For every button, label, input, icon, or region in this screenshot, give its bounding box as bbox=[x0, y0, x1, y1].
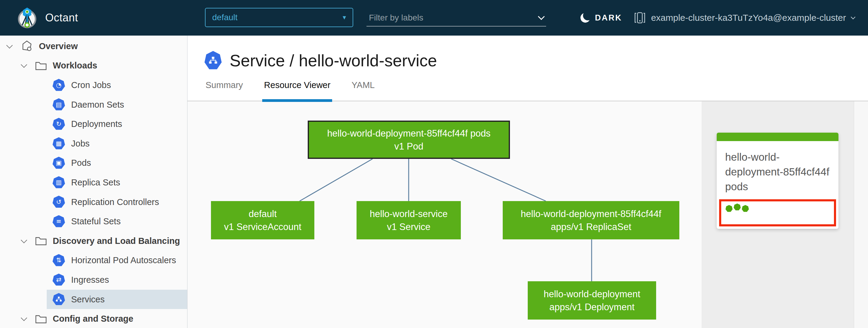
octant-logo bbox=[16, 7, 38, 29]
selected-node-card: hello-world-deployment-85ff4cf44f pods bbox=[717, 132, 838, 229]
page-title-row: Service / hello-world-service bbox=[204, 51, 868, 70]
services-icon bbox=[53, 293, 65, 306]
service-icon bbox=[204, 51, 222, 70]
node-name: default bbox=[249, 207, 277, 220]
moon-icon bbox=[579, 12, 591, 24]
sidebar-item-overview[interactable]: Overview bbox=[0, 36, 187, 56]
sidebar-item-services[interactable]: Services bbox=[0, 290, 187, 309]
deployments-icon: ↻ bbox=[53, 118, 65, 130]
cron-jobs-icon: ◔ bbox=[53, 79, 65, 91]
ingresses-icon: ⇄ bbox=[53, 273, 65, 286]
sidebar-item-label: Stateful Sets bbox=[71, 216, 121, 227]
theme-label: DARK bbox=[595, 13, 622, 23]
graph-node-service[interactable]: hello-world-service v1 Service bbox=[356, 201, 461, 239]
pod-status-dot[interactable] bbox=[734, 204, 741, 211]
replication-controllers-icon: ↺ bbox=[53, 196, 65, 208]
resource-viewer: hello-world-deployment-85ff4cf44f pods v… bbox=[187, 101, 868, 328]
app-title: Octant bbox=[45, 11, 78, 24]
namespace-dropdown[interactable]: default ▾ bbox=[205, 8, 353, 27]
chevron-down-icon[interactable] bbox=[21, 315, 27, 321]
folder-icon bbox=[35, 236, 47, 246]
sidebar-item-label: Horizontal Pod Autoscalers bbox=[71, 255, 176, 265]
sidebar-item-deployments[interactable]: ↻ Deployments bbox=[0, 114, 187, 134]
pods-icon: ▣ bbox=[53, 157, 65, 170]
chevron-down-icon bbox=[851, 14, 856, 19]
tab-yaml[interactable]: YAML bbox=[350, 80, 376, 101]
cluster-name: example-cluster-ka3TuTzYo4a@example-clus… bbox=[651, 13, 846, 23]
chevron-down-icon[interactable] bbox=[6, 42, 13, 49]
applications-icon bbox=[21, 40, 33, 53]
sidebar-item-horizontal-pod-autoscalers[interactable]: ⇅ Horizontal Pod Autoscalers bbox=[0, 251, 187, 270]
node-kind: apps/v1 ReplicaSet bbox=[551, 220, 631, 233]
right-gutter bbox=[854, 101, 868, 328]
detail-panel: hello-world-deployment-85ff4cf44f pods bbox=[702, 101, 854, 328]
sidebar-item-label: Replication Controllers bbox=[71, 197, 159, 207]
sidebar-item-pods[interactable]: ▣ Pods bbox=[0, 153, 187, 173]
sidebar-item-cron-jobs[interactable]: ◔ Cron Jobs bbox=[0, 76, 187, 95]
sidebar-item-label: Daemon Sets bbox=[71, 100, 124, 110]
namespace-value: default bbox=[212, 13, 238, 22]
folder-icon bbox=[35, 61, 47, 70]
status-bar bbox=[717, 132, 838, 141]
node-name: hello-world-deployment-85ff4cf44f bbox=[521, 207, 661, 220]
daemon-sets-icon: ▤ bbox=[53, 98, 65, 111]
chevron-down-icon[interactable] bbox=[21, 237, 27, 243]
sidebar-item-label: Workloads bbox=[53, 61, 97, 70]
tab-summary[interactable]: Summary bbox=[204, 80, 244, 101]
sidebar-item-config-and-storage[interactable]: Config and Storage bbox=[0, 309, 187, 328]
node-name: hello-world-deployment bbox=[544, 288, 641, 301]
hpa-icon: ⇅ bbox=[53, 254, 65, 267]
node-kind: v1 Pod bbox=[394, 140, 424, 153]
sidebar-item-replica-sets[interactable]: ▥ Replica Sets bbox=[0, 173, 187, 192]
sidebar-item-workloads[interactable]: Workloads bbox=[0, 56, 187, 76]
app-header: Octant default ▾ Filter by labels DARK e… bbox=[0, 0, 868, 36]
sidebar-item-label: Replica Sets bbox=[71, 178, 120, 187]
filter-placeholder: Filter by labels bbox=[369, 13, 424, 23]
replica-sets-icon: ▥ bbox=[53, 176, 65, 189]
chevron-down-icon[interactable] bbox=[538, 13, 545, 20]
octant-app: Octant default ▾ Filter by labels DARK e… bbox=[0, 0, 868, 328]
sidebar-item-label: Overview bbox=[39, 41, 78, 51]
sidebar-item-label: Jobs bbox=[71, 139, 90, 149]
node-kind: v1 Service bbox=[387, 220, 431, 233]
graph-node-deployment[interactable]: hello-world-deployment apps/v1 Deploymen… bbox=[528, 281, 656, 320]
stateful-sets-icon: ≡ bbox=[53, 215, 65, 228]
page-title: Service / hello-world-service bbox=[230, 51, 437, 70]
cluster-selector[interactable]: example-cluster-ka3TuTzYo4a@example-clus… bbox=[634, 0, 855, 36]
content-header: Service / hello-world-service Summary Re… bbox=[187, 36, 868, 101]
sidebar-item-replication-controllers[interactable]: ↺ Replication Controllers bbox=[0, 192, 187, 212]
cluster-icon bbox=[634, 11, 646, 25]
pod-status-box[interactable] bbox=[719, 199, 836, 227]
brand: Octant bbox=[16, 0, 78, 36]
sidebar-item-jobs[interactable]: ▦ Jobs bbox=[0, 134, 187, 153]
theme-toggle[interactable]: DARK bbox=[581, 0, 622, 36]
graph-node-service-account[interactable]: default v1 ServiceAccount bbox=[211, 201, 314, 239]
node-kind: v1 ServiceAccount bbox=[224, 220, 301, 233]
sidebar-item-label: Services bbox=[71, 295, 104, 304]
tab-bar: Summary Resource Viewer YAML bbox=[204, 80, 868, 101]
node-kind: apps/v1 Deployment bbox=[550, 301, 635, 314]
sidebar-item-daemon-sets[interactable]: ▤ Daemon Sets bbox=[0, 95, 187, 115]
sidebar-item-stateful-sets[interactable]: ≡ Stateful Sets bbox=[0, 212, 187, 231]
tab-resource-viewer[interactable]: Resource Viewer bbox=[263, 80, 332, 101]
dropdown-arrow-icon: ▾ bbox=[343, 13, 346, 21]
resource-graph[interactable]: hello-world-deployment-85ff4cf44f pods v… bbox=[187, 101, 702, 328]
sidebar-item-label: Pods bbox=[71, 158, 91, 168]
graph-node-replica-set[interactable]: hello-world-deployment-85ff4cf44f apps/v… bbox=[503, 201, 679, 239]
sidebar-item-discovery-and-load-balancing[interactable]: Discovery and Load Balancing bbox=[0, 231, 187, 251]
jobs-icon: ▦ bbox=[53, 137, 65, 150]
chevron-down-icon[interactable] bbox=[21, 61, 27, 68]
sidebar-item-label: Cron Jobs bbox=[71, 80, 111, 90]
label-filter-input[interactable]: Filter by labels bbox=[367, 10, 546, 27]
sidebar-item-label: Deployments bbox=[71, 119, 122, 129]
pod-status-dot[interactable] bbox=[742, 205, 749, 212]
pod-status-dot[interactable] bbox=[725, 205, 733, 212]
folder-icon bbox=[35, 314, 47, 324]
sidebar-item-label: Discovery and Load Balancing bbox=[53, 236, 180, 246]
sidebar-nav: Overview Workloads ◔ Cron Jobs ▤ Daemon … bbox=[0, 36, 187, 328]
sidebar-item-ingresses[interactable]: ⇄ Ingresses bbox=[0, 270, 187, 290]
card-title: hello-world-deployment-85ff4cf44f pods bbox=[717, 141, 838, 199]
graph-node-pod[interactable]: hello-world-deployment-85ff4cf44f pods v… bbox=[308, 121, 510, 159]
node-name: hello-world-deployment-85ff4cf44f pods bbox=[327, 127, 490, 140]
node-name: hello-world-service bbox=[370, 207, 447, 220]
